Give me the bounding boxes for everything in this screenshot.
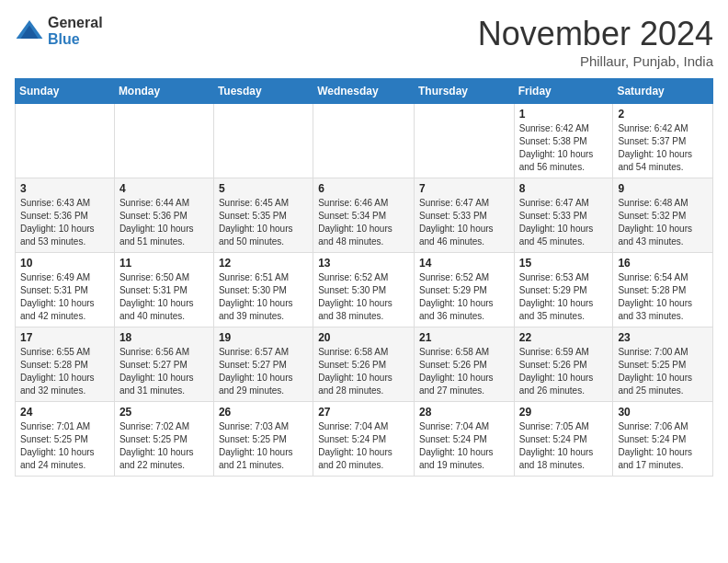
calendar-header: Sunday Monday Tuesday Wednesday Thursday… xyxy=(16,79,713,104)
day-number: 15 xyxy=(519,257,609,270)
day-number: 7 xyxy=(419,182,509,195)
calendar-cell: 9Sunrise: 6:48 AM Sunset: 5:32 PM Daylig… xyxy=(613,178,713,253)
day-number: 24 xyxy=(20,406,109,419)
calendar-week-row: 1Sunrise: 6:42 AM Sunset: 5:38 PM Daylig… xyxy=(16,104,713,178)
month-title: November 2024 xyxy=(478,15,713,53)
day-info: Sunrise: 6:58 AM Sunset: 5:26 PM Dayligh… xyxy=(419,346,509,397)
calendar-cell: 18Sunrise: 6:56 AM Sunset: 5:27 PM Dayli… xyxy=(114,327,213,402)
day-info: Sunrise: 6:53 AM Sunset: 5:29 PM Dayligh… xyxy=(519,271,609,323)
calendar-cell: 13Sunrise: 6:52 AM Sunset: 5:30 PM Dayli… xyxy=(313,253,415,327)
day-info: Sunrise: 6:52 AM Sunset: 5:29 PM Dayligh… xyxy=(419,271,509,323)
col-tuesday: Tuesday xyxy=(213,79,313,104)
day-number: 19 xyxy=(219,331,308,344)
calendar-cell xyxy=(313,104,415,178)
logo: General Blue xyxy=(15,15,103,47)
day-number: 14 xyxy=(419,257,509,270)
calendar-week-row: 3Sunrise: 6:43 AM Sunset: 5:36 PM Daylig… xyxy=(16,178,713,253)
day-number: 13 xyxy=(318,257,409,270)
calendar-cell: 20Sunrise: 6:58 AM Sunset: 5:26 PM Dayli… xyxy=(313,327,415,402)
day-number: 25 xyxy=(119,406,209,419)
calendar-cell: 24Sunrise: 7:01 AM Sunset: 5:25 PM Dayli… xyxy=(16,402,115,477)
calendar-cell: 21Sunrise: 6:58 AM Sunset: 5:26 PM Dayli… xyxy=(414,327,514,402)
calendar-cell: 6Sunrise: 6:46 AM Sunset: 5:34 PM Daylig… xyxy=(313,178,415,253)
day-info: Sunrise: 6:44 AM Sunset: 5:36 PM Dayligh… xyxy=(119,197,209,248)
day-info: Sunrise: 6:42 AM Sunset: 5:37 PM Dayligh… xyxy=(618,122,708,174)
calendar-cell: 16Sunrise: 6:54 AM Sunset: 5:28 PM Dayli… xyxy=(613,253,713,327)
calendar-cell: 23Sunrise: 7:00 AM Sunset: 5:25 PM Dayli… xyxy=(613,327,713,402)
calendar-cell: 17Sunrise: 6:55 AM Sunset: 5:28 PM Dayli… xyxy=(16,327,115,402)
day-number: 9 xyxy=(618,182,708,195)
calendar-week-row: 10Sunrise: 6:49 AM Sunset: 5:31 PM Dayli… xyxy=(16,253,713,327)
day-info: Sunrise: 6:52 AM Sunset: 5:30 PM Dayligh… xyxy=(318,271,409,323)
calendar-cell: 30Sunrise: 7:06 AM Sunset: 5:24 PM Dayli… xyxy=(613,402,713,477)
calendar-week-row: 24Sunrise: 7:01 AM Sunset: 5:25 PM Dayli… xyxy=(16,402,713,477)
calendar-cell xyxy=(114,104,213,178)
day-number: 3 xyxy=(20,182,109,195)
logo-general-text: General xyxy=(48,15,103,31)
day-number: 27 xyxy=(318,406,409,419)
day-number: 4 xyxy=(119,182,209,195)
calendar-cell: 7Sunrise: 6:47 AM Sunset: 5:33 PM Daylig… xyxy=(414,178,514,253)
day-number: 8 xyxy=(519,182,609,195)
day-number: 6 xyxy=(318,182,409,195)
calendar-cell: 28Sunrise: 7:04 AM Sunset: 5:24 PM Dayli… xyxy=(414,402,514,477)
logo-icon xyxy=(15,17,44,46)
day-info: Sunrise: 6:49 AM Sunset: 5:31 PM Dayligh… xyxy=(20,271,109,323)
calendar-cell xyxy=(414,104,514,178)
location-text: Phillaur, Punjab, India xyxy=(478,53,713,69)
day-info: Sunrise: 7:00 AM Sunset: 5:25 PM Dayligh… xyxy=(618,346,708,397)
day-info: Sunrise: 7:06 AM Sunset: 5:24 PM Dayligh… xyxy=(618,420,708,472)
calendar-table: Sunday Monday Tuesday Wednesday Thursday… xyxy=(15,78,713,477)
day-info: Sunrise: 6:59 AM Sunset: 5:26 PM Dayligh… xyxy=(519,346,609,397)
day-number: 10 xyxy=(20,257,109,270)
calendar-body: 1Sunrise: 6:42 AM Sunset: 5:38 PM Daylig… xyxy=(16,104,713,477)
calendar-cell: 27Sunrise: 7:04 AM Sunset: 5:24 PM Dayli… xyxy=(313,402,415,477)
day-number: 1 xyxy=(519,108,609,121)
day-info: Sunrise: 6:48 AM Sunset: 5:32 PM Dayligh… xyxy=(618,197,708,248)
day-info: Sunrise: 7:04 AM Sunset: 5:24 PM Dayligh… xyxy=(419,420,509,472)
calendar-cell: 29Sunrise: 7:05 AM Sunset: 5:24 PM Dayli… xyxy=(514,402,613,477)
calendar-cell: 2Sunrise: 6:42 AM Sunset: 5:37 PM Daylig… xyxy=(613,104,713,178)
calendar-cell: 3Sunrise: 6:43 AM Sunset: 5:36 PM Daylig… xyxy=(16,178,115,253)
page-header: General Blue November 2024 Phillaur, Pun… xyxy=(15,15,713,69)
day-number: 20 xyxy=(318,331,409,344)
day-info: Sunrise: 6:54 AM Sunset: 5:28 PM Dayligh… xyxy=(618,271,708,323)
calendar-cell: 10Sunrise: 6:49 AM Sunset: 5:31 PM Dayli… xyxy=(16,253,115,327)
logo-blue-text: Blue xyxy=(48,31,103,48)
day-info: Sunrise: 6:57 AM Sunset: 5:27 PM Dayligh… xyxy=(219,346,308,397)
calendar-cell: 8Sunrise: 6:47 AM Sunset: 5:33 PM Daylig… xyxy=(514,178,613,253)
day-number: 30 xyxy=(618,406,708,419)
day-info: Sunrise: 6:47 AM Sunset: 5:33 PM Dayligh… xyxy=(519,197,609,248)
calendar-cell: 26Sunrise: 7:03 AM Sunset: 5:25 PM Dayli… xyxy=(213,402,313,477)
calendar-cell xyxy=(16,104,115,178)
day-number: 11 xyxy=(119,257,209,270)
calendar-cell: 15Sunrise: 6:53 AM Sunset: 5:29 PM Dayli… xyxy=(514,253,613,327)
header-row: Sunday Monday Tuesday Wednesday Thursday… xyxy=(16,79,713,104)
calendar-cell: 14Sunrise: 6:52 AM Sunset: 5:29 PM Dayli… xyxy=(414,253,514,327)
day-info: Sunrise: 7:02 AM Sunset: 5:25 PM Dayligh… xyxy=(119,420,209,472)
calendar-cell: 11Sunrise: 6:50 AM Sunset: 5:31 PM Dayli… xyxy=(114,253,213,327)
day-number: 22 xyxy=(519,331,609,344)
day-info: Sunrise: 7:05 AM Sunset: 5:24 PM Dayligh… xyxy=(519,420,609,472)
day-number: 16 xyxy=(618,257,708,270)
day-number: 18 xyxy=(119,331,209,344)
col-saturday: Saturday xyxy=(613,79,713,104)
day-info: Sunrise: 7:01 AM Sunset: 5:25 PM Dayligh… xyxy=(20,420,109,472)
day-number: 5 xyxy=(219,182,308,195)
col-thursday: Thursday xyxy=(414,79,514,104)
day-info: Sunrise: 6:56 AM Sunset: 5:27 PM Dayligh… xyxy=(119,346,209,397)
calendar-cell: 5Sunrise: 6:45 AM Sunset: 5:35 PM Daylig… xyxy=(213,178,313,253)
col-sunday: Sunday xyxy=(16,79,115,104)
day-info: Sunrise: 6:58 AM Sunset: 5:26 PM Dayligh… xyxy=(318,346,409,397)
logo-text: General Blue xyxy=(48,15,103,47)
calendar-cell: 25Sunrise: 7:02 AM Sunset: 5:25 PM Dayli… xyxy=(114,402,213,477)
calendar-cell xyxy=(213,104,313,178)
day-info: Sunrise: 6:46 AM Sunset: 5:34 PM Dayligh… xyxy=(318,197,409,248)
day-number: 28 xyxy=(419,406,509,419)
calendar-cell: 22Sunrise: 6:59 AM Sunset: 5:26 PM Dayli… xyxy=(514,327,613,402)
day-number: 26 xyxy=(219,406,308,419)
calendar-cell: 4Sunrise: 6:44 AM Sunset: 5:36 PM Daylig… xyxy=(114,178,213,253)
col-monday: Monday xyxy=(114,79,213,104)
calendar-cell: 19Sunrise: 6:57 AM Sunset: 5:27 PM Dayli… xyxy=(213,327,313,402)
col-friday: Friday xyxy=(514,79,613,104)
